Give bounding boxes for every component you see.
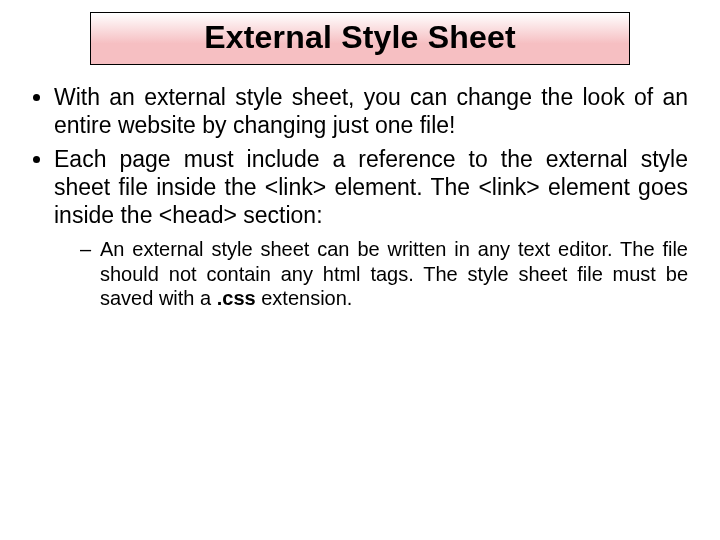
main-list: With an external style sheet, you can ch… [54,83,688,310]
sub-text-post: extension. [256,287,353,309]
title-banner: External Style Sheet [90,12,630,65]
bullet-1: With an external style sheet, you can ch… [54,83,688,139]
sub-bullet-1: An external style sheet can be written i… [80,237,688,310]
sub-text-bold: .css [217,287,256,309]
bullet-2: Each page must include a reference to th… [54,145,688,310]
sub-list: An external style sheet can be written i… [80,237,688,310]
sub-text-pre: An external style sheet can be written i… [100,238,688,309]
bullet-2-text: Each page must include a reference to th… [54,146,688,228]
page-title: External Style Sheet [101,19,619,56]
